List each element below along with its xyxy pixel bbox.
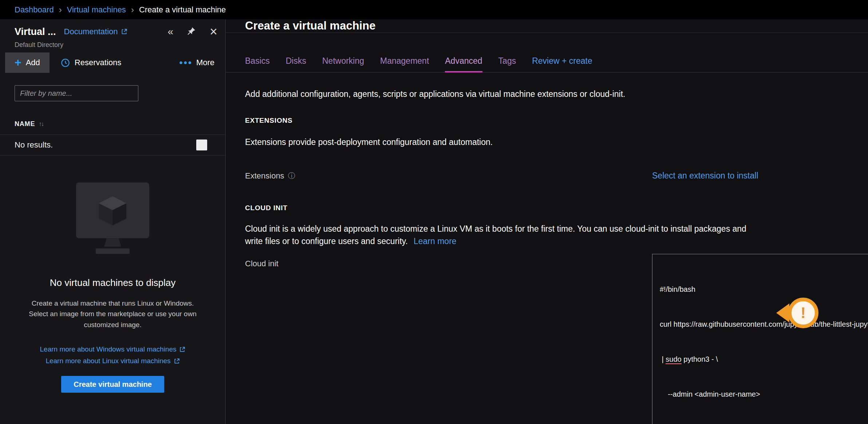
code-line: --admin <admin-user-name> — [660, 388, 868, 400]
close-blade-icon[interactable]: × — [210, 25, 217, 38]
tab-networking[interactable]: Networking — [322, 56, 364, 72]
learn-windows-link[interactable]: Learn more about Windows virtual machine… — [40, 345, 186, 353]
page-title: Create a virtual machine — [245, 19, 375, 32]
cloud-init-description: Cloud init is a widely used approach to … — [245, 223, 751, 247]
exclamation-icon: ! — [788, 298, 818, 328]
cloud-init-field-row: Cloud init #!/bin/bash curl https://raw.… — [245, 254, 868, 424]
info-icon[interactable]: ⓘ — [288, 171, 295, 181]
external-link-icon — [179, 346, 185, 353]
more-button-label: More — [196, 58, 214, 67]
name-column-label: NAME — [15, 120, 35, 128]
breadcrumb-virtual-machines[interactable]: Virtual machines — [67, 5, 126, 15]
code-line: #!/bin/bash — [660, 283, 868, 295]
monitor-cube-icon — [75, 182, 150, 258]
wizard-tabs: Basics Disks Networking Management Advan… — [226, 56, 868, 72]
pin-icon[interactable] — [187, 27, 196, 37]
learn-windows-link-label: Learn more about Windows virtual machine… — [40, 345, 177, 353]
tab-management[interactable]: Management — [380, 56, 429, 72]
plus-icon: + — [15, 56, 21, 68]
tab-basics[interactable]: Basics — [245, 56, 270, 72]
row-checkbox[interactable] — [196, 140, 207, 150]
learn-linux-link[interactable]: Learn more about Linux virtual machines — [46, 357, 179, 365]
filter-by-name-input[interactable] — [15, 85, 138, 101]
reservations-button-label: Reservations — [75, 58, 121, 67]
tab-advanced[interactable]: Advanced — [445, 56, 482, 72]
panel-header: Create a virtual machine — [226, 19, 868, 33]
external-link-icon — [121, 28, 127, 35]
external-link-icon — [174, 358, 180, 364]
more-button[interactable]: ••• More — [179, 58, 214, 67]
azure-portal-page: Dashboard › Virtual machines › Create a … — [0, 0, 868, 424]
create-vm-panel: Create a virtual machine Basics Disks Ne… — [226, 19, 868, 424]
reservations-button[interactable]: Reservations — [60, 58, 121, 68]
extensions-heading: EXTENSIONS — [245, 117, 868, 125]
empty-state: No virtual machines to display Create a … — [0, 182, 225, 393]
clock-icon — [60, 58, 70, 68]
no-results-row: No results. — [0, 134, 225, 156]
extensions-field-label: Extensions — [245, 171, 284, 181]
tab-disks[interactable]: Disks — [286, 56, 306, 72]
code-line: curl https://raw.githubusercontent.com/j… — [660, 318, 868, 330]
breadcrumb-dashboard[interactable]: Dashboard — [15, 5, 54, 15]
blade-toolbar: + Add Reservations ••• More — [0, 52, 225, 73]
add-button[interactable]: + Add — [5, 52, 50, 73]
advanced-intro-text: Add additional configuration, agents, sc… — [245, 89, 868, 99]
code-segment: | — [660, 355, 666, 363]
breadcrumb-separator-icon: › — [131, 5, 134, 15]
virtual-machines-blade: Virtual ... Documentation « × Default Di… — [0, 19, 226, 424]
code-segment: python3 - \ — [682, 355, 718, 363]
documentation-link-label: Documentation — [64, 27, 118, 36]
breadcrumb-current: Create a virtual machine — [139, 5, 226, 15]
breadcrumb: Dashboard › Virtual machines › Create a … — [0, 0, 868, 19]
empty-state-description: Create a virtual machine that runs Linux… — [22, 298, 204, 330]
code-line: | sudo python3 - \ — [660, 353, 868, 365]
cloud-init-description-text: Cloud init is a widely used approach to … — [245, 224, 746, 246]
documentation-link[interactable]: Documentation — [64, 27, 127, 36]
tab-review-create[interactable]: Review + create — [532, 56, 592, 72]
empty-state-title: No virtual machines to display — [16, 277, 209, 288]
pointer-arrow-icon — [776, 303, 789, 322]
tutorial-pointer: ! — [776, 298, 818, 328]
extensions-field-row: Extensions ⓘ Select an extension to inst… — [245, 166, 868, 181]
name-column-header[interactable]: NAME ↑↓ — [15, 120, 211, 134]
learn-linux-link-label: Learn more about Linux virtual machines — [46, 357, 170, 365]
extensions-description: Extensions provide post-deployment confi… — [245, 136, 751, 148]
ellipsis-icon: ••• — [179, 60, 193, 65]
add-button-label: Add — [26, 58, 40, 67]
select-extension-link[interactable]: Select an extension to install — [652, 166, 758, 181]
no-results-label: No results. — [15, 140, 53, 150]
tab-tags[interactable]: Tags — [498, 56, 516, 72]
blade-header: Virtual ... Documentation « × Default Di… — [0, 19, 225, 52]
cloud-init-heading: CLOUD INIT — [245, 204, 868, 212]
blade-title: Virtual ... — [15, 26, 56, 38]
misspelled-word: sudo — [666, 355, 681, 364]
cloud-init-field-label: Cloud init — [245, 259, 279, 268]
breadcrumb-separator-icon: › — [59, 5, 62, 15]
create-virtual-machine-button[interactable]: Create virtual machine — [61, 376, 164, 393]
learn-more-link[interactable]: Learn more — [414, 236, 457, 246]
directory-label: Default Directory — [15, 41, 217, 49]
cloud-init-textarea[interactable]: #!/bin/bash curl https://raw.githubuserc… — [652, 254, 868, 424]
sort-icon: ↑↓ — [39, 121, 43, 128]
collapse-blade-icon[interactable]: « — [167, 27, 173, 37]
